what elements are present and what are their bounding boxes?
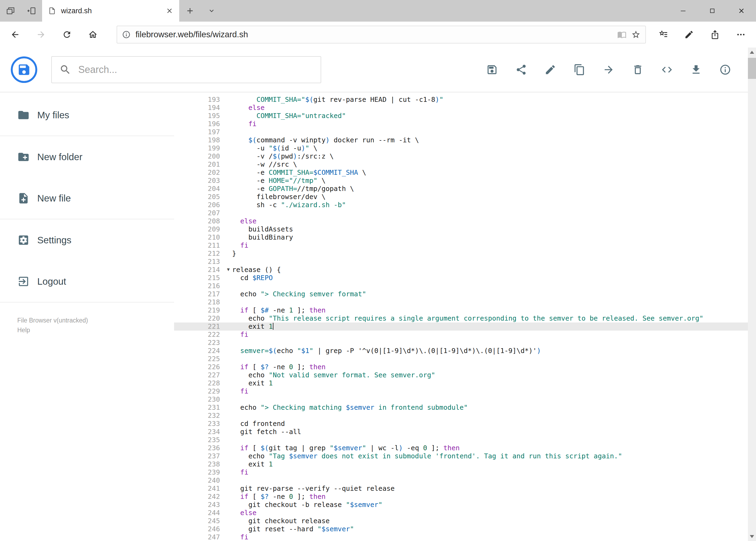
code-line-244[interactable]: 244 else bbox=[174, 509, 748, 517]
fold-arrow-icon[interactable]: ▾ bbox=[227, 265, 230, 273]
code-line-240[interactable]: 240 bbox=[174, 476, 748, 485]
code-line-219[interactable]: 219 if [ $# -ne 1 ]; then bbox=[174, 306, 748, 314]
scrollbar-thumb[interactable] bbox=[748, 58, 756, 79]
sidebar-item-settings[interactable]: Settings bbox=[0, 219, 174, 261]
search-box[interactable] bbox=[51, 56, 321, 83]
back-button[interactable] bbox=[2, 22, 28, 48]
code-line-198[interactable]: 198 $(command -v winpty) docker run --rm… bbox=[174, 136, 748, 144]
code-line-234[interactable]: 234 git fetch --all bbox=[174, 428, 748, 436]
save-button[interactable] bbox=[477, 55, 507, 84]
code-button[interactable] bbox=[652, 55, 681, 84]
code-line-200[interactable]: 200 -v /$(pwd):/src:z \ bbox=[174, 152, 748, 161]
code-line-201[interactable]: 201 -w //src \ bbox=[174, 161, 748, 169]
download-button[interactable] bbox=[681, 55, 711, 84]
move-button[interactable] bbox=[594, 55, 623, 84]
share-button[interactable] bbox=[507, 55, 536, 84]
code-line-247[interactable]: 247 fi bbox=[174, 533, 748, 541]
code-line-199[interactable]: 199 -u "$(id -u)" \ bbox=[174, 144, 748, 152]
tab-preview-toggle-button[interactable] bbox=[201, 0, 222, 22]
search-input[interactable] bbox=[78, 64, 313, 75]
code-line-195[interactable]: 195 COMMIT_SHA="untracked" bbox=[174, 112, 748, 120]
code-line-223[interactable]: 223 bbox=[174, 339, 748, 347]
code-line-232[interactable]: 232 bbox=[174, 412, 748, 420]
code-line-229[interactable]: 229 fi bbox=[174, 387, 748, 395]
code-line-241[interactable]: 241 git rev-parse --verify --quiet relea… bbox=[174, 485, 748, 493]
share-button[interactable] bbox=[702, 22, 728, 48]
copy-button[interactable] bbox=[565, 55, 594, 84]
scroll-down-button[interactable] bbox=[748, 532, 756, 541]
code-line-204[interactable]: 204 -e GOPATH=//tmp/gopath \ bbox=[174, 185, 748, 193]
code-line-218[interactable]: 218 bbox=[174, 298, 748, 306]
delete-button[interactable] bbox=[623, 55, 652, 84]
more-options-button[interactable] bbox=[728, 22, 754, 48]
code-editor[interactable]: 193 COMMIT_SHA="$(git rev-parse HEAD | c… bbox=[174, 93, 748, 541]
code-line-221[interactable]: 221 exit 1 bbox=[174, 322, 748, 330]
code-line-193[interactable]: 193 COMMIT_SHA="$(git rev-parse HEAD | c… bbox=[174, 96, 748, 104]
code-line-208[interactable]: 208 else bbox=[174, 217, 748, 225]
code-line-224[interactable]: 224 semver=$(echo "$1" | grep -P '^v(0|[… bbox=[174, 347, 748, 355]
maximize-button[interactable] bbox=[698, 0, 727, 22]
code-line-228[interactable]: 228 exit 1 bbox=[174, 379, 748, 387]
filebrowser-logo[interactable] bbox=[11, 56, 37, 83]
set-tabs-aside-button[interactable] bbox=[21, 0, 42, 22]
code-line-245[interactable]: 245 git checkout release bbox=[174, 517, 748, 525]
web-note-button[interactable] bbox=[676, 22, 702, 48]
code-line-231[interactable]: 231 echo "> Checking matching $semver in… bbox=[174, 403, 748, 412]
code-line-203[interactable]: 203 -e HOME="//tmp" \ bbox=[174, 177, 748, 185]
code-line-239[interactable]: 239 fi bbox=[174, 468, 748, 476]
code-line-215[interactable]: 215 cd $REPO bbox=[174, 274, 748, 282]
code-line-209[interactable]: 209 buildAssets bbox=[174, 225, 748, 234]
code-line-225[interactable]: 225 bbox=[174, 355, 748, 363]
code-line-216[interactable]: 216 bbox=[174, 282, 748, 290]
code-line-211[interactable]: 211 fi bbox=[174, 242, 748, 250]
code-line-214[interactable]: 214▾release () { bbox=[174, 266, 748, 274]
code-line-196[interactable]: 196 fi bbox=[174, 120, 748, 128]
code-line-194[interactable]: 194 else bbox=[174, 104, 748, 112]
favorite-star-icon[interactable] bbox=[631, 30, 640, 39]
code-line-236[interactable]: 236 if [ $(git tag | grep "$semver" | wc… bbox=[174, 444, 748, 452]
edit-button[interactable] bbox=[536, 55, 565, 84]
reading-view-icon[interactable] bbox=[617, 30, 627, 39]
code-line-227[interactable]: 227 echo "Not valid semver format. See s… bbox=[174, 371, 748, 379]
sidebar-item-my-files[interactable]: My files bbox=[0, 95, 174, 136]
refresh-button[interactable] bbox=[54, 22, 80, 48]
code-line-242[interactable]: 242 if [ $? -ne 0 ]; then bbox=[174, 493, 748, 501]
new-tab-button[interactable] bbox=[179, 0, 201, 22]
code-line-243[interactable]: 243 git checkout -b release "$semver" bbox=[174, 501, 748, 509]
code-line-226[interactable]: 226 if [ $? -ne 0 ]; then bbox=[174, 363, 748, 371]
tabs-you-set-aside-button[interactable] bbox=[0, 0, 21, 22]
minimize-button[interactable] bbox=[668, 0, 698, 22]
url-text[interactable]: filebrowser.web/files/wizard.sh bbox=[135, 30, 613, 39]
site-info-icon[interactable] bbox=[122, 30, 130, 39]
tab-close-icon[interactable] bbox=[166, 7, 173, 15]
help-link[interactable]: Help bbox=[17, 325, 174, 335]
code-line-213[interactable]: 213 bbox=[174, 258, 748, 266]
code-line-222[interactable]: 222 fi bbox=[174, 330, 748, 339]
code-line-207[interactable]: 207 bbox=[174, 209, 748, 217]
code-line-220[interactable]: 220 echo "This release script requires a… bbox=[174, 314, 748, 322]
code-line-237[interactable]: 237 echo "Tag $semver does not exist in … bbox=[174, 452, 748, 460]
scroll-up-button[interactable] bbox=[748, 48, 756, 57]
sidebar-item-logout[interactable]: Logout bbox=[0, 261, 174, 302]
info-button[interactable] bbox=[711, 55, 740, 84]
code-line-230[interactable]: 230 bbox=[174, 395, 748, 403]
code-line-206[interactable]: 206 sh -c "./wizard.sh -b" bbox=[174, 201, 748, 209]
code-line-217[interactable]: 217 echo "> Checking semver format" bbox=[174, 290, 748, 298]
sidebar-item-new-folder[interactable]: New folder bbox=[0, 136, 174, 178]
code-line-233[interactable]: 233 cd frontend bbox=[174, 420, 748, 428]
forward-button[interactable] bbox=[28, 22, 54, 48]
hub-button[interactable] bbox=[650, 22, 676, 48]
sidebar-item-new-file[interactable]: New file bbox=[0, 178, 174, 219]
close-window-button[interactable] bbox=[727, 0, 756, 22]
home-button[interactable] bbox=[80, 22, 106, 48]
code-line-238[interactable]: 238 exit 1 bbox=[174, 460, 748, 468]
code-line-202[interactable]: 202 -e COMMIT_SHA=$COMMIT_SHA \ bbox=[174, 169, 748, 177]
code-line-205[interactable]: 205 filebrowser/dev \ bbox=[174, 193, 748, 201]
code-line-235[interactable]: 235 bbox=[174, 436, 748, 444]
code-line-210[interactable]: 210 buildBinary bbox=[174, 234, 748, 242]
code-line-212[interactable]: 212} bbox=[174, 250, 748, 258]
browser-tab-wizard-sh[interactable]: wizard.sh bbox=[42, 0, 179, 22]
code-line-197[interactable]: 197 bbox=[174, 128, 748, 136]
page-scrollbar[interactable] bbox=[748, 48, 756, 541]
code-line-246[interactable]: 246 git reset --hard "$semver" bbox=[174, 525, 748, 533]
